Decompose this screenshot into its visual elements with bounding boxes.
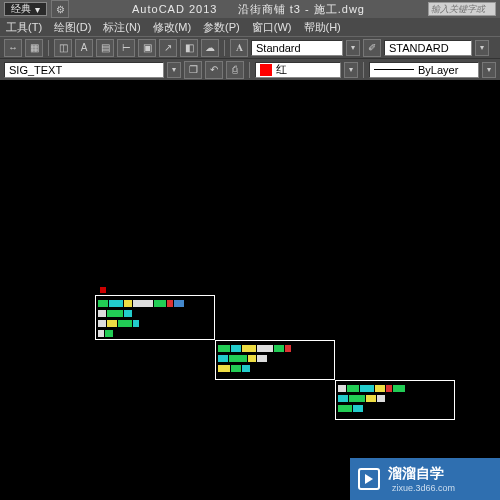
color-swatch	[260, 64, 272, 76]
title-text: AutoCAD 2013 沿街商铺 t3 - 施工.dwg	[69, 2, 428, 17]
menu-draw[interactable]: 绘图(D)	[54, 20, 91, 35]
linetype-sample	[374, 69, 414, 70]
field-icon[interactable]: ▣	[138, 39, 156, 57]
color-value: 红	[276, 62, 287, 77]
dimstyle-dropdown[interactable]: ▾	[475, 40, 489, 56]
watermark-badge: 溜溜自学 zixue.3d66.com	[350, 458, 500, 500]
leader-icon[interactable]: ↗	[159, 39, 177, 57]
app-name: AutoCAD 2013	[132, 3, 217, 15]
dimstyle-icon[interactable]: ✐	[363, 39, 381, 57]
menu-dimension[interactable]: 标注(N)	[103, 20, 140, 35]
distance-icon[interactable]: ↔	[4, 39, 22, 57]
document-name: 沿街商铺 t3 - 施工.dwg	[238, 3, 365, 15]
marker-icon	[100, 287, 106, 293]
watermark-url: zixue.3d66.com	[392, 483, 455, 493]
textstyle-value: Standard	[256, 42, 301, 54]
area-icon[interactable]: ▦	[25, 39, 43, 57]
properties-toolbar: SIG_TEXT ▾ ❐ ↶ ⎙ 红 ▾ ByLayer ▾	[0, 58, 500, 80]
menu-modify[interactable]: 修改(M)	[153, 20, 192, 35]
textstyle-select[interactable]: Standard	[251, 40, 343, 56]
textstyle-dropdown[interactable]: ▾	[346, 40, 360, 56]
separator	[48, 40, 49, 56]
menu-help[interactable]: 帮助(H)	[304, 20, 341, 35]
dimstyle-select[interactable]: STANDARD	[384, 40, 472, 56]
wipeout-icon[interactable]: ◧	[180, 39, 198, 57]
drawing-block[interactable]	[335, 380, 455, 420]
drawing-block[interactable]	[215, 340, 335, 380]
styles-toolbar: ↔ ▦ ◫ A ▤ ⊢ ▣ ↗ ◧ ☁ 𝐀 Standard ▾ ✐ STAND…	[0, 36, 500, 58]
separator	[363, 62, 364, 78]
layer-state-icon[interactable]: ⎙	[226, 61, 244, 79]
workspace-selector[interactable]: 经典 ▾	[4, 2, 47, 16]
chevron-down-icon: ▾	[35, 4, 40, 15]
menu-bar: 工具(T) 绘图(D) 标注(N) 修改(M) 参数(P) 窗口(W) 帮助(H…	[0, 18, 500, 36]
block-content	[216, 341, 334, 377]
menu-window[interactable]: 窗口(W)	[252, 20, 292, 35]
layer-value: SIG_TEXT	[9, 64, 62, 76]
layer-select[interactable]: SIG_TEXT	[4, 62, 164, 78]
layer-previous-icon[interactable]: ↶	[205, 61, 223, 79]
cloud-icon[interactable]: ☁	[201, 39, 219, 57]
drawing-block[interactable]	[95, 295, 215, 340]
color-select[interactable]: 红	[255, 62, 341, 78]
separator	[224, 40, 225, 56]
workspace-label: 经典	[11, 2, 31, 16]
layer-manager-icon[interactable]: ❐	[184, 61, 202, 79]
dim-icon[interactable]: ⊢	[117, 39, 135, 57]
color-dropdown[interactable]: ▾	[344, 62, 358, 78]
play-icon	[358, 468, 380, 490]
menu-parametric[interactable]: 参数(P)	[203, 20, 240, 35]
linetype-dropdown[interactable]: ▾	[482, 62, 496, 78]
block-content	[336, 381, 454, 417]
block-icon[interactable]: ◫	[54, 39, 72, 57]
watermark-brand: 溜溜自学	[388, 465, 455, 483]
linetype-select[interactable]: ByLayer	[369, 62, 479, 78]
menu-tools[interactable]: 工具(T)	[6, 20, 42, 35]
text-icon[interactable]: A	[75, 39, 93, 57]
textstyle-icon[interactable]: 𝐀	[230, 39, 248, 57]
drawing-canvas[interactable]: ┌	[0, 80, 500, 500]
linetype-value: ByLayer	[418, 64, 458, 76]
workspace-settings-icon[interactable]: ⚙	[51, 0, 69, 18]
block-content	[96, 296, 214, 342]
search-input[interactable]	[428, 2, 496, 16]
separator	[249, 62, 250, 78]
table-icon[interactable]: ▤	[96, 39, 114, 57]
layer-dropdown[interactable]: ▾	[167, 62, 181, 78]
dimstyle-value: STANDARD	[389, 42, 449, 54]
